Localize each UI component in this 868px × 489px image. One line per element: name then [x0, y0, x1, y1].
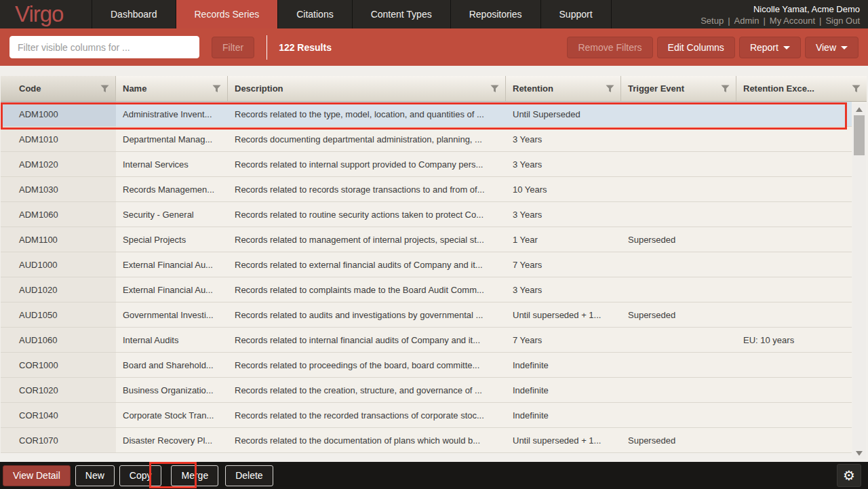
table-row-cor1070[interactable]: COR1070Disaster Recovery Pl...Records re… — [1, 428, 852, 453]
cell-retention: 10 Years — [506, 177, 621, 201]
cell-description: Records related to the documentation of … — [228, 428, 506, 452]
cell-retention: 3 Years — [506, 127, 621, 151]
settings-button[interactable]: ⚙ — [837, 464, 861, 487]
table-row-adm1000[interactable]: ADM1000Administrative Invent...Records r… — [1, 102, 852, 127]
cell-code: ADM1030 — [1, 177, 116, 201]
tab-support[interactable]: Support — [540, 0, 612, 28]
copy-button[interactable]: Copy — [119, 465, 162, 486]
cell-code: ADM1010 — [1, 127, 116, 151]
merge-button[interactable]: Merge — [171, 465, 218, 486]
table-row-cor1020[interactable]: COR1020Business Organizatio...Records re… — [1, 378, 852, 403]
cell-trigger-event — [621, 202, 736, 227]
button-label: Edit Columns — [668, 42, 724, 53]
table-row-adm1060[interactable]: ADM1060Security - GeneralRecords related… — [1, 202, 852, 227]
footer-buttons: View DetailNewCopyMergeDelete — [3, 465, 278, 486]
tab-repositories[interactable]: Repositories — [450, 0, 540, 28]
cell-retention-exceptions — [736, 277, 852, 302]
button-label: Remove Filters — [578, 42, 642, 53]
gear-icon: ⚙ — [843, 469, 855, 482]
cell-retention-exceptions — [736, 152, 852, 176]
virgo-logo[interactable]: Virgo — [0, 0, 92, 28]
delete-button[interactable]: Delete — [225, 465, 273, 486]
table-row-cor1000[interactable]: COR1000Board and Sharehold...Records rel… — [1, 353, 852, 378]
filter-funnel-icon[interactable] — [490, 85, 499, 93]
view-detail-button[interactable]: View Detail — [3, 465, 71, 486]
report-button[interactable]: Report — [739, 37, 801, 58]
tab-records-series[interactable]: Records Series — [176, 0, 278, 28]
cell-trigger-event: Superseded — [621, 428, 736, 452]
cell-name: Internal Audits — [116, 328, 228, 352]
column-header-trigger-event[interactable]: Trigger Event — [621, 76, 736, 101]
tab-dashboard[interactable]: Dashboard — [92, 0, 176, 28]
filter-input[interactable] — [9, 36, 199, 58]
table-row-aud1000[interactable]: AUD1000External Financial Au...Records r… — [1, 252, 852, 277]
cell-retention: Until Superseded — [506, 102, 621, 126]
cell-name: Disaster Recovery Pl... — [116, 428, 228, 452]
user-link-sign-out[interactable]: Sign Out — [825, 16, 860, 26]
tab-citations[interactable]: Citations — [277, 0, 351, 28]
column-header-label: Retention Exce... — [743, 83, 814, 94]
table-row-aud1050[interactable]: AUD1050Governmental Investi...Records re… — [1, 302, 852, 328]
action-footer: View DetailNewCopyMergeDelete ⚙ — [0, 462, 868, 489]
tab-label: Citations — [296, 9, 333, 20]
cell-retention-exceptions — [736, 102, 852, 126]
app-window: Virgo DashboardRecords SeriesCitationsCo… — [0, 0, 868, 489]
cell-retention: Until superseded + 1... — [506, 302, 621, 327]
vertical-scrollbar[interactable] — [852, 104, 866, 459]
table-row-adm1030[interactable]: ADM1030Records Managemen...Records relat… — [1, 177, 852, 202]
user-display-name: Nicolle Yamat, Acme Demo — [701, 3, 860, 15]
column-header-name[interactable]: Name — [116, 76, 228, 101]
cell-retention: 3 Years — [506, 277, 621, 302]
column-header-retention-exce[interactable]: Retention Exce... — [736, 76, 867, 101]
cell-code: AUD1050 — [1, 302, 116, 327]
top-navbar: Virgo DashboardRecords SeriesCitationsCo… — [0, 0, 868, 28]
user-block: Nicolle Yamat, Acme Demo Setup|Admin|My … — [701, 0, 868, 28]
table-row-aud1020[interactable]: AUD1020External Financial Au...Records r… — [1, 277, 852, 302]
filter-funnel-icon[interactable] — [212, 85, 221, 93]
column-header-retention[interactable]: Retention — [506, 76, 621, 101]
cell-name: Internal Services — [116, 152, 228, 176]
column-header-description[interactable]: Description — [228, 76, 506, 101]
cell-retention-exceptions — [736, 227, 852, 252]
cell-name: Governmental Investi... — [116, 302, 228, 327]
cell-retention-exceptions — [736, 378, 852, 402]
scroll-up-icon[interactable] — [856, 107, 863, 112]
cell-name: Business Organizatio... — [116, 378, 228, 402]
cell-code: AUD1020 — [1, 277, 116, 302]
table-row-aud1060[interactable]: AUD1060Internal AuditsRecords related to… — [1, 328, 852, 353]
nav-tabs: DashboardRecords SeriesCitationsContent … — [92, 0, 612, 28]
user-link-admin[interactable]: Admin — [734, 16, 760, 26]
scrollbar-thumb[interactable] — [854, 115, 865, 155]
cell-description: Records related to proceedings of the bo… — [228, 353, 506, 377]
cell-code: AUD1060 — [1, 328, 116, 352]
filter-funnel-icon[interactable] — [721, 85, 730, 93]
new-button[interactable]: New — [75, 465, 115, 486]
view-button[interactable]: View — [805, 37, 859, 58]
cell-trigger-event — [621, 353, 736, 377]
user-link-my-account[interactable]: My Account — [770, 16, 815, 26]
remove-filters-button[interactable]: Remove Filters — [567, 37, 652, 58]
cell-code: ADM1060 — [1, 202, 116, 227]
table-row-adm1010[interactable]: ADM1010Departmental Manag...Records docu… — [1, 127, 852, 152]
cell-code: ADM1020 — [1, 152, 116, 176]
filter-funnel-icon[interactable] — [100, 85, 109, 93]
cell-trigger-event — [621, 102, 736, 126]
tab-content-types[interactable]: Content Types — [352, 0, 450, 28]
column-header-label: Description — [235, 83, 283, 94]
cell-retention-exceptions — [736, 202, 852, 227]
cell-name: Administrative Invent... — [116, 102, 228, 126]
column-header-code[interactable]: Code — [1, 76, 116, 101]
cell-trigger-event — [621, 127, 736, 151]
table-row-cor1040[interactable]: COR1040Corporate Stock Tran...Records re… — [1, 403, 852, 428]
filter-funnel-icon[interactable] — [852, 85, 861, 93]
table-row-adm1100[interactable]: ADM1100Special ProjectsRecords related t… — [1, 227, 852, 252]
filter-button[interactable]: Filter — [212, 37, 254, 58]
user-link-setup[interactable]: Setup — [701, 16, 724, 26]
cell-retention: 7 Years — [506, 252, 621, 277]
filter-funnel-icon[interactable] — [606, 85, 614, 93]
edit-columns-button[interactable]: Edit Columns — [657, 37, 735, 58]
cell-code: ADM1000 — [1, 102, 116, 126]
table-row-adm1020[interactable]: ADM1020Internal ServicesRecords related … — [1, 152, 852, 177]
cell-trigger-event — [621, 403, 736, 427]
scroll-down-icon[interactable] — [856, 451, 863, 456]
